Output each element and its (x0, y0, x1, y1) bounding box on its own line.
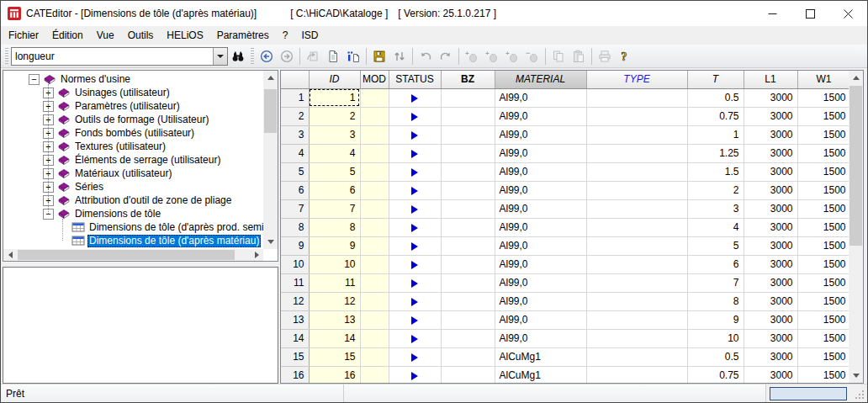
cell-type[interactable] (586, 218, 687, 236)
cell-material[interactable]: Al99,0 (495, 255, 586, 273)
tree-item-textures-utilisateur[interactable]: +Textures (utilisateur) (3, 140, 263, 153)
cell-status[interactable] (389, 162, 441, 181)
cell-mod[interactable] (360, 199, 389, 218)
cell-status[interactable] (389, 310, 441, 329)
cell-w1[interactable]: 1500 (797, 199, 850, 218)
menu-item-outils[interactable]: Outils (121, 26, 161, 45)
row-number[interactable]: 2 (281, 107, 309, 125)
cell-status[interactable] (389, 329, 441, 347)
cell-l1[interactable]: 3000 (744, 107, 797, 125)
cell-l1[interactable]: 3000 (744, 273, 797, 292)
menu-item-edition[interactable]: Édition (45, 26, 90, 45)
cell-type[interactable] (586, 329, 687, 347)
cell-status[interactable] (389, 347, 441, 366)
cell-status[interactable] (389, 107, 441, 125)
cell-t[interactable]: 0.5 (687, 88, 744, 107)
cell-type[interactable] (586, 292, 687, 310)
cell-mod[interactable] (360, 273, 389, 292)
paste-button[interactable] (569, 46, 589, 66)
cell-material[interactable]: Al99,0 (495, 199, 586, 218)
row-number[interactable]: 8 (281, 218, 309, 236)
scroll-thumb[interactable] (264, 89, 277, 133)
row-number[interactable]: 15 (281, 347, 309, 366)
cell-bz[interactable] (441, 366, 495, 384)
delete-entry-button[interactable]: − (522, 46, 542, 66)
cell-w1[interactable]: 1500 (797, 218, 850, 236)
undo-button[interactable] (415, 46, 436, 66)
cell-t[interactable]: 3 (687, 199, 744, 218)
goto-reference-button[interactable] (303, 46, 323, 66)
cell-status[interactable] (389, 255, 441, 273)
row-number[interactable]: 13 (281, 310, 309, 329)
cell-type[interactable] (586, 273, 687, 292)
find-button[interactable] (228, 46, 248, 66)
column-header-id[interactable]: ID (309, 71, 360, 88)
cell-id[interactable]: 11 (309, 273, 360, 292)
cell-material[interactable]: Al99,0 (495, 88, 586, 107)
menu-item-fichier[interactable]: Fichier (2, 26, 45, 45)
cell-w1[interactable]: 1500 (797, 292, 850, 310)
cell-t[interactable]: 1.25 (687, 144, 744, 162)
cell-w1[interactable]: 1500 (797, 181, 850, 199)
cell-type[interactable] (586, 144, 687, 162)
tree-item-elements-de-serrage-utilisateur[interactable]: +Éléments de serrage (utilisateur) (3, 153, 263, 167)
cell-bz[interactable] (441, 347, 495, 366)
cell-mod[interactable] (360, 236, 389, 255)
cell-bz[interactable] (441, 88, 495, 107)
cell-l1[interactable]: 3000 (744, 218, 797, 236)
row-number[interactable]: 6 (281, 181, 309, 199)
cell-material[interactable]: Al99,0 (495, 162, 586, 181)
cell-id[interactable]: 5 (309, 162, 360, 181)
cell-bz[interactable] (441, 255, 495, 273)
cell-w1[interactable]: 1500 (797, 236, 850, 255)
cell-w1[interactable]: 1500 (797, 162, 850, 181)
tree-item-parametres-utilisateur[interactable]: +Paramètres (utilisateur) (3, 99, 263, 113)
cell-mod[interactable] (360, 292, 389, 310)
cell-status[interactable] (389, 144, 441, 162)
menu-item-helios[interactable]: HELiOS (160, 26, 209, 45)
row-number[interactable]: 10 (281, 255, 309, 273)
cell-w1[interactable]: 1500 (797, 347, 850, 366)
tree-hscrollbar[interactable] (3, 249, 263, 261)
row-number[interactable]: 12 (281, 292, 309, 310)
redo-button[interactable] (436, 46, 456, 66)
tree-item-usinages-utilisateur[interactable]: +Usinages (utilisateur) (3, 86, 263, 99)
cell-bz[interactable] (441, 144, 495, 162)
cell-id[interactable]: 7 (309, 199, 360, 218)
cell-type[interactable] (586, 107, 687, 125)
cell-t[interactable]: 0.5 (687, 347, 744, 366)
cell-type[interactable] (586, 199, 687, 218)
tree-vscrollbar[interactable] (263, 71, 278, 249)
tree-item-normes-d-usine[interactable]: −Normes d'usine (3, 72, 263, 86)
cell-t[interactable]: 10 (687, 329, 744, 347)
cell-l1[interactable]: 3000 (744, 329, 797, 347)
column-header-material[interactable]: MATERIAL (495, 71, 586, 88)
tree-item-fonds-bombes-utilisateur[interactable]: +Fonds bombés (utilisateur) (3, 126, 263, 140)
cell-material[interactable]: Al99,0 (495, 236, 586, 255)
corner-header[interactable] (281, 71, 309, 88)
cell-id[interactable]: 12 (309, 292, 360, 310)
cell-material[interactable]: Al99,0 (495, 292, 586, 310)
cell-status[interactable] (389, 181, 441, 199)
cell-l1[interactable]: 3000 (744, 162, 797, 181)
row-number[interactable]: 5 (281, 162, 309, 181)
cell-t[interactable]: 8 (687, 292, 744, 310)
row-number[interactable]: 1 (281, 88, 309, 107)
column-header-bz[interactable]: BZ (441, 71, 495, 88)
cell-mod[interactable] (360, 144, 389, 162)
toolbar-grip[interactable] (251, 48, 254, 65)
cell-mod[interactable] (360, 162, 389, 181)
cell-mod[interactable] (360, 88, 389, 107)
cell-id[interactable]: 1 (309, 88, 360, 107)
cell-material[interactable]: Al99,0 (495, 125, 586, 144)
cell-w1[interactable]: 1500 (797, 88, 850, 107)
cell-bz[interactable] (441, 162, 495, 181)
cell-mod[interactable] (360, 181, 389, 199)
cell-type[interactable] (586, 310, 687, 329)
cell-mod[interactable] (360, 366, 389, 384)
tree-item-dimensions-de-tole-d-apres-prod-semi-fini[interactable]: Dimensions de tôle (d'après prod. semi-f… (3, 220, 263, 234)
cell-w1[interactable]: 1500 (797, 366, 850, 384)
cell-status[interactable] (389, 199, 441, 218)
toolbar-grip[interactable] (5, 48, 8, 65)
cell-bz[interactable] (441, 273, 495, 292)
